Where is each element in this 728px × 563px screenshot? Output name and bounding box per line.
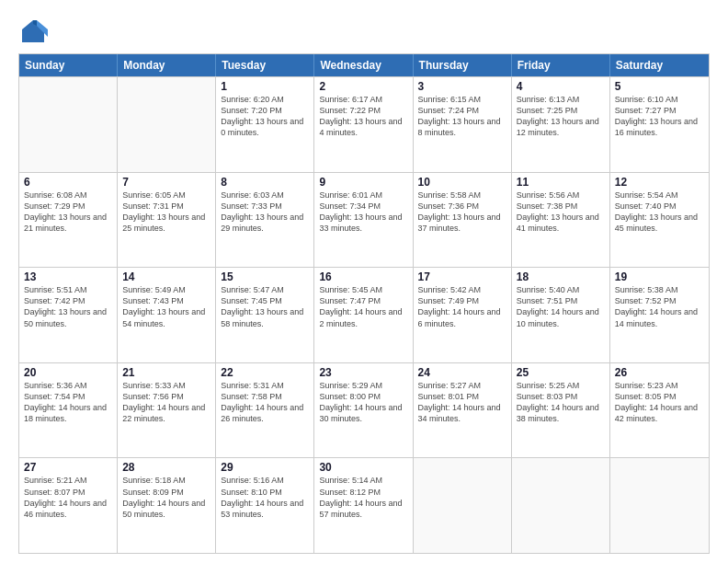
cell-info: Sunrise: 6:20 AM Sunset: 7:20 PM Dayligh… [221,94,309,139]
cal-cell: 17Sunrise: 5:42 AM Sunset: 7:49 PM Dayli… [414,268,512,362]
cal-header-cell: Saturday [610,54,709,76]
cell-info: Sunrise: 5:45 AM Sunset: 7:47 PM Dayligh… [319,284,407,329]
cal-header-cell: Monday [118,54,216,76]
cal-row: 27Sunrise: 5:21 AM Sunset: 8:07 PM Dayli… [19,457,709,553]
cal-cell [610,458,709,553]
cell-info: Sunrise: 5:36 AM Sunset: 7:54 PM Dayligh… [24,380,112,425]
cal-cell: 11Sunrise: 5:56 AM Sunset: 7:38 PM Dayli… [512,173,610,268]
cell-info: Sunrise: 5:14 AM Sunset: 8:12 PM Dayligh… [319,475,407,520]
cal-header-cell: Friday [512,54,610,76]
cal-row: 20Sunrise: 5:36 AM Sunset: 7:54 PM Dayli… [19,362,709,458]
day-number: 21 [122,366,210,379]
cell-info: Sunrise: 5:29 AM Sunset: 8:00 PM Dayligh… [319,380,407,425]
cal-row: 6Sunrise: 6:08 AM Sunset: 7:29 PM Daylig… [19,172,709,268]
cal-cell: 6Sunrise: 6:08 AM Sunset: 7:29 PM Daylig… [19,173,118,268]
cell-info: Sunrise: 6:05 AM Sunset: 7:31 PM Dayligh… [122,190,210,235]
cell-info: Sunrise: 6:17 AM Sunset: 7:22 PM Dayligh… [319,94,407,139]
cell-info: Sunrise: 5:27 AM Sunset: 8:01 PM Dayligh… [418,380,506,425]
cal-cell: 1Sunrise: 6:20 AM Sunset: 7:20 PM Daylig… [216,77,314,172]
day-number: 18 [517,270,605,283]
cal-cell: 26Sunrise: 5:23 AM Sunset: 8:05 PM Dayli… [610,363,709,458]
calendar: SundayMondayTuesdayWednesdayThursdayFrid… [18,53,710,554]
cell-info: Sunrise: 5:21 AM Sunset: 8:07 PM Dayligh… [24,475,112,520]
cal-row: 1Sunrise: 6:20 AM Sunset: 7:20 PM Daylig… [19,76,709,172]
cell-info: Sunrise: 5:58 AM Sunset: 7:36 PM Dayligh… [418,190,506,235]
day-number: 14 [122,270,210,283]
cal-cell: 16Sunrise: 5:45 AM Sunset: 7:47 PM Dayli… [314,268,413,362]
cell-info: Sunrise: 6:03 AM Sunset: 7:33 PM Dayligh… [221,190,309,235]
cal-cell: 12Sunrise: 5:54 AM Sunset: 7:40 PM Dayli… [610,173,709,268]
calendar-body: 1Sunrise: 6:20 AM Sunset: 7:20 PM Daylig… [19,76,709,553]
day-number: 11 [517,176,605,189]
day-number: 5 [615,80,704,93]
cal-cell [414,458,512,553]
day-number: 6 [24,176,112,189]
cal-header-cell: Thursday [414,54,512,76]
day-number: 23 [319,366,407,379]
cal-cell: 9Sunrise: 6:01 AM Sunset: 7:34 PM Daylig… [314,173,413,268]
cal-cell: 10Sunrise: 5:58 AM Sunset: 7:36 PM Dayli… [414,173,512,268]
cal-cell: 23Sunrise: 5:29 AM Sunset: 8:00 PM Dayli… [314,363,413,458]
cal-header-cell: Wednesday [314,54,413,76]
cal-cell: 22Sunrise: 5:31 AM Sunset: 7:58 PM Dayli… [216,363,314,458]
cal-cell: 13Sunrise: 5:51 AM Sunset: 7:42 PM Dayli… [19,268,118,362]
cal-cell: 15Sunrise: 5:47 AM Sunset: 7:45 PM Dayli… [216,268,314,362]
cal-header-cell: Sunday [19,54,118,76]
day-number: 15 [221,270,309,283]
cell-info: Sunrise: 5:16 AM Sunset: 8:10 PM Dayligh… [221,475,309,520]
cal-row: 13Sunrise: 5:51 AM Sunset: 7:42 PM Dayli… [19,267,709,362]
day-number: 29 [221,461,309,474]
cell-info: Sunrise: 5:38 AM Sunset: 7:52 PM Dayligh… [615,284,704,329]
cal-cell: 20Sunrise: 5:36 AM Sunset: 7:54 PM Dayli… [19,363,118,458]
day-number: 30 [319,461,407,474]
day-number: 26 [615,366,704,379]
cal-cell: 25Sunrise: 5:25 AM Sunset: 8:03 PM Dayli… [512,363,610,458]
day-number: 27 [24,461,112,474]
cal-cell: 19Sunrise: 5:38 AM Sunset: 7:52 PM Dayli… [610,268,709,362]
cell-info: Sunrise: 6:08 AM Sunset: 7:29 PM Dayligh… [24,190,112,235]
day-number: 4 [517,80,605,93]
cell-info: Sunrise: 6:01 AM Sunset: 7:34 PM Dayligh… [319,190,407,235]
logo-icon [18,17,48,46]
cal-cell [512,458,610,553]
logo [18,17,51,46]
cal-cell: 29Sunrise: 5:16 AM Sunset: 8:10 PM Dayli… [216,458,314,553]
cell-info: Sunrise: 5:25 AM Sunset: 8:03 PM Dayligh… [517,380,605,425]
day-number: 20 [24,366,112,379]
cell-info: Sunrise: 5:42 AM Sunset: 7:49 PM Dayligh… [418,284,506,329]
cal-cell: 3Sunrise: 6:15 AM Sunset: 7:24 PM Daylig… [414,77,512,172]
cell-info: Sunrise: 5:33 AM Sunset: 7:56 PM Dayligh… [122,380,210,425]
cell-info: Sunrise: 5:18 AM Sunset: 8:09 PM Dayligh… [122,475,210,520]
day-number: 12 [615,176,704,189]
day-number: 22 [221,366,309,379]
cal-cell: 7Sunrise: 6:05 AM Sunset: 7:31 PM Daylig… [118,173,216,268]
cal-cell: 21Sunrise: 5:33 AM Sunset: 7:56 PM Dayli… [118,363,216,458]
cal-cell: 24Sunrise: 5:27 AM Sunset: 8:01 PM Dayli… [414,363,512,458]
day-number: 1 [221,80,309,93]
cell-info: Sunrise: 6:15 AM Sunset: 7:24 PM Dayligh… [418,94,506,139]
cell-info: Sunrise: 6:13 AM Sunset: 7:25 PM Dayligh… [517,94,605,139]
cal-cell: 27Sunrise: 5:21 AM Sunset: 8:07 PM Dayli… [19,458,118,553]
cal-cell: 30Sunrise: 5:14 AM Sunset: 8:12 PM Dayli… [314,458,413,553]
header [18,17,710,46]
day-number: 19 [615,270,704,283]
cell-info: Sunrise: 5:47 AM Sunset: 7:45 PM Dayligh… [221,284,309,329]
cal-cell [19,77,118,172]
cal-cell: 28Sunrise: 5:18 AM Sunset: 8:09 PM Dayli… [118,458,216,553]
calendar-header-row: SundayMondayTuesdayWednesdayThursdayFrid… [19,54,709,76]
day-number: 25 [517,366,605,379]
day-number: 24 [418,366,506,379]
cell-info: Sunrise: 5:23 AM Sunset: 8:05 PM Dayligh… [615,380,704,425]
day-number: 3 [418,80,506,93]
cal-cell: 8Sunrise: 6:03 AM Sunset: 7:33 PM Daylig… [216,173,314,268]
cell-info: Sunrise: 5:56 AM Sunset: 7:38 PM Dayligh… [517,190,605,235]
cell-info: Sunrise: 5:31 AM Sunset: 7:58 PM Dayligh… [221,380,309,425]
day-number: 2 [319,80,407,93]
cell-info: Sunrise: 5:54 AM Sunset: 7:40 PM Dayligh… [615,190,704,235]
cal-cell: 18Sunrise: 5:40 AM Sunset: 7:51 PM Dayli… [512,268,610,362]
day-number: 16 [319,270,407,283]
cal-cell [118,77,216,172]
day-number: 28 [122,461,210,474]
cell-info: Sunrise: 5:49 AM Sunset: 7:43 PM Dayligh… [122,284,210,329]
day-number: 10 [418,176,506,189]
